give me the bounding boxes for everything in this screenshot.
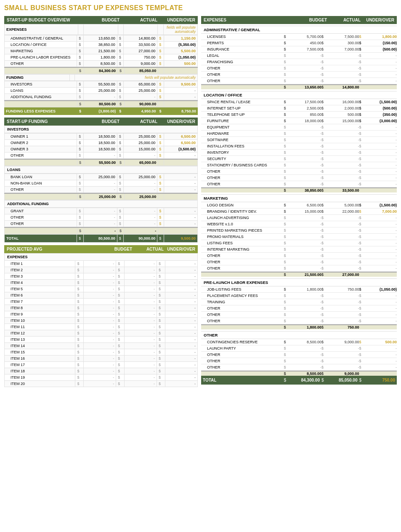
overview-budget-header: BUDGET bbox=[82, 18, 120, 22]
funding-less-section: FUNDING LESS EXPENSES $ (3,800.00) $ 4,9… bbox=[4, 107, 198, 115]
table-row: OWNER 3 $18,500.00 $15,000.00 $ (3,500.0… bbox=[5, 146, 198, 152]
table-row: NON-BANK LOAN $- $- $ - bbox=[5, 180, 198, 187]
right-data-table: LOGO DESIGN $ 6,500.00 $ 5,000.00 $ (1,5… bbox=[201, 202, 397, 272]
table-row: INVENTORY $ - $ - $ - bbox=[201, 150, 397, 156]
list-item: ITEM 15 $ - $ - $ - bbox=[5, 349, 198, 356]
overview-table: EXPENSES fields will populate automatica… bbox=[4, 24, 198, 35]
right-total-row: $ 8,500.00 $ 9,000.00 bbox=[201, 371, 397, 376]
right-panel: EXPENSES BUDGET ACTUAL UNDER/OVER ADMINI… bbox=[201, 16, 397, 387]
table-row: INVESTORS $55,500.00 $65,000.00 $ 9,500.… bbox=[5, 81, 198, 88]
sf-total-row: TOTAL $ 80,500.00 $ 90,000.00 $ 9,500.00 bbox=[5, 235, 198, 243]
right-data-table: CONTINGENCIES RESERVE $ 8,500.00 $ 9,000… bbox=[201, 339, 397, 371]
table-row: OTHER $ - $ - $ - bbox=[201, 253, 397, 259]
right-header: EXPENSES BUDGET ACTUAL UNDER/OVER bbox=[201, 16, 397, 24]
table-row: OTHER $- $- $ - bbox=[5, 214, 198, 221]
sf-uover-header: UNDER/OVER bbox=[157, 119, 195, 124]
right-total-row: $ 21,500.00 $ 27,000.00 bbox=[201, 272, 397, 277]
table-row: OWNER 2 $18,500.00 $25,000.00 $ 6,500.00 bbox=[5, 140, 198, 146]
sf-budget-header: BUDGET bbox=[82, 119, 120, 124]
right-content: ADMINISTRATIVE / GENERAL LICENSES $ 5,70… bbox=[201, 26, 397, 385]
table-row: OTHER $ - $ - $ - bbox=[201, 78, 397, 84]
table-row: OWNER 1 $18,500.00 $25,000.00 $ 6,500.00 bbox=[5, 134, 198, 140]
right-actual-header: ACTUAL bbox=[327, 18, 361, 22]
overview-expenses-section: ADMINISTRATIVE / GENERAL $13,650.00 $14,… bbox=[4, 35, 198, 74]
table-row: OTHER $ - $ - $ - bbox=[201, 358, 397, 364]
table-row: TELEPHONE SET-UP $ 850.00 $ 500.00 $ (35… bbox=[201, 112, 397, 118]
table-row: OTHER $ - $ - $ - bbox=[201, 352, 397, 358]
section-title: MARKETING bbox=[201, 194, 397, 202]
total-row: $ 80,500.00 $ 90,000.00 bbox=[5, 101, 198, 107]
table-row: PLACEMENT AGENCY FEES $ - $ - $ - bbox=[201, 293, 397, 299]
list-item: ITEM 19 $ - $ - $ - bbox=[5, 374, 198, 381]
list-item: ITEM 9 $ - $ - $ - bbox=[5, 311, 198, 318]
right-data-table: JOB-LISTING FEES $ 1,800.00 $ 750.00 $ (… bbox=[201, 286, 397, 324]
table-row: PRINTED MARKETING PIECES $ - $ - $ - bbox=[201, 227, 397, 234]
table-row: WEBSITE v.1.0 $ - $ - $ - bbox=[201, 221, 397, 227]
table-row: OTHER $ - $ - $ - bbox=[201, 305, 397, 312]
table-row: OTHER $ - $ - $ - bbox=[201, 168, 397, 175]
table-row: OTHER $8,500.00 $9,000.00 $ 500.00 bbox=[5, 61, 198, 67]
right-grand-total-row: TOTAL $ 84,300.00 $ 85,050.00 $ 750.00 bbox=[201, 376, 397, 385]
proj-expenses-label: EXPENSES bbox=[5, 254, 198, 261]
table-row: INSTALLATION FEES $ - $ - $ - bbox=[201, 143, 397, 150]
investors-label-table: INVESTORS bbox=[4, 126, 198, 133]
table-row: OTHER $ - $ - $ - bbox=[201, 175, 397, 181]
table-row: OTHER $- $- $ - bbox=[5, 221, 198, 227]
table-row: SPACE RENTAL / LEASE $ 17,500.00 $ 16,00… bbox=[201, 99, 397, 105]
table-row: PERMITS $ 450.00 $ 300.00 $ (150.00) bbox=[201, 40, 397, 46]
list-item: ITEM 17 $ - $ - $ - bbox=[5, 362, 198, 368]
table-row: OTHER $ - $ - $ - bbox=[201, 265, 397, 272]
list-item: ITEM 13 $ - $ - $ - bbox=[5, 337, 198, 343]
left-panel: START-UP BUDGET OVERVIEW BUDGET ACTUAL U… bbox=[4, 16, 198, 387]
table-row: GRANT $- $- $ - bbox=[5, 208, 198, 214]
table-row: SOFTWARE $ - $ - $ - bbox=[201, 137, 397, 143]
table-row: OTHER $ - $ - $ - bbox=[201, 72, 397, 78]
projected-rows: EXPENSES ITEM 1 $ - $ - $ - ITEM 2 $ - $… bbox=[4, 253, 198, 387]
right-total-table: $ 8,500.00 $ 9,000.00 bbox=[201, 371, 397, 376]
list-item: ITEM 3 $ - $ - $ - bbox=[5, 273, 198, 280]
table-row: OTHER $- $- $ - bbox=[5, 152, 198, 159]
right-data-table: SPACE RENTAL / LEASE $ 17,500.00 $ 16,00… bbox=[201, 99, 397, 187]
total-row-table: $ 25,000.00 $ 25,000.00 bbox=[4, 193, 198, 200]
table-row: LISTING FEES $ - $ - $ - bbox=[201, 240, 397, 246]
right-total-table: $ 13,650.00 $ 14,800.00 bbox=[201, 84, 397, 89]
overview-title: START-UP BUDGET OVERVIEW bbox=[7, 18, 82, 22]
auto-note: fields will populate automatically bbox=[163, 24, 197, 35]
table-row: INTERNET MARKETING $ - $ - $ - bbox=[201, 246, 397, 253]
table-row: TRAINING $ - $ - $ - bbox=[201, 299, 397, 305]
loans-label: LOANS bbox=[5, 166, 198, 174]
table-row: FURNITURE $ 18,000.00 $ 15,000.00 $ (3,0… bbox=[201, 118, 397, 124]
table-row: ADDITIONAL FUNDING $- $- $ - bbox=[5, 94, 198, 100]
funding-label: FUNDING bbox=[5, 75, 70, 81]
right-total-row: $ 1,800.00 $ 750.00 bbox=[201, 325, 397, 329]
table-row: LAUNCH PARTY $ - $ - $ - bbox=[201, 345, 397, 352]
table-row: SECURITY $ - $ - $ - bbox=[201, 156, 397, 162]
funding-less-row: FUNDING LESS EXPENSES $ (3,800.00) $ 4,9… bbox=[4, 107, 198, 115]
list-item: ITEM 20 $ - $ - $ - bbox=[5, 381, 198, 387]
table-row: INTERNET SET-UP $ 2,500.00 $ 2,000.00 $ … bbox=[201, 105, 397, 112]
table-row: OTHER $- $- $ - bbox=[5, 187, 198, 193]
right-total-table: $ 21,500.00 $ 27,000.00 bbox=[201, 272, 397, 277]
total-row-table: $ 84,300.00 $ 85,050.00 bbox=[4, 67, 198, 74]
overview-funding-section: FUNDING fields will populate automatical… bbox=[4, 74, 198, 107]
list-item: ITEM 10 $ - $ - $ - bbox=[5, 318, 198, 324]
right-budget-header: BUDGET bbox=[293, 18, 327, 22]
table-row: LOGO DESIGN $ 6,500.00 $ 5,000.00 $ (1,5… bbox=[201, 202, 397, 209]
table-row: OTHER $ - $ - $ - bbox=[201, 259, 397, 265]
section-title: LOCATION / OFFICE bbox=[201, 91, 397, 99]
investors-label: INVESTORS bbox=[5, 126, 198, 133]
total-row: $ 25,000.00 $ 25,000.00 bbox=[5, 193, 198, 200]
list-item: ITEM 4 $ - $ - $ - bbox=[5, 280, 198, 286]
total-row: $ 84,300.00 $ 85,050.00 bbox=[5, 67, 198, 74]
right-expenses-header: EXPENSES bbox=[204, 18, 293, 22]
add-funding-label: ADDITIONAL FUNDING bbox=[5, 201, 198, 208]
total-row-table: $ 80,500.00 $ 90,000.00 bbox=[4, 100, 198, 107]
startup-funding-rows: INVESTORS OWNER 1 $18,500.00 $25,000.00 … bbox=[4, 126, 198, 243]
table-row: LEGAL $ - $ - $ - bbox=[201, 53, 397, 59]
table-row: EQUIPMENT $ - $ - $ - bbox=[201, 124, 397, 131]
list-item: ITEM 7 $ - $ - $ - bbox=[5, 299, 198, 305]
table-row: OTHER $ - $ - $ - bbox=[201, 318, 397, 324]
data-table: GRANT $- $- $ - OTHER $- $- $ - OTHER $-… bbox=[4, 208, 198, 227]
table-row: FRANCHISING $ - $ - $ - bbox=[201, 59, 397, 65]
table-row: PRE-LAUNCH LABOR EXPENSES $1,800.00 $750… bbox=[5, 54, 198, 61]
